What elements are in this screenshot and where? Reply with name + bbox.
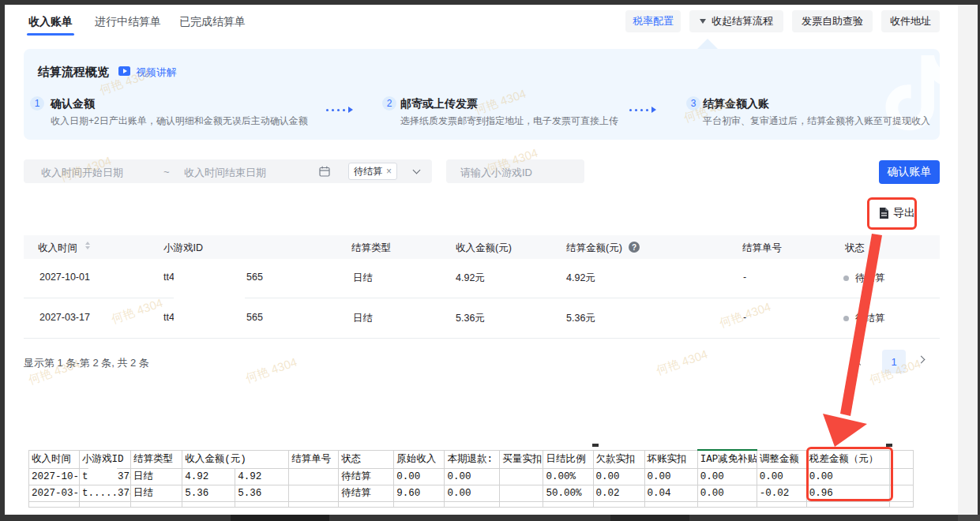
- step3-number: 3: [686, 96, 700, 111]
- bottom-bar-fragment-1: [231, 515, 329, 521]
- collapse-flow-label: 收起结算流程: [712, 14, 773, 28]
- step1-desc: 收入日期+2日产出账单，确认明细和金额无误后主动确认金额: [51, 114, 308, 128]
- select-chevron-icon: [413, 167, 421, 174]
- bottom-bar-fragment-3: [958, 515, 980, 521]
- row1-settle: 4.92元: [566, 272, 595, 285]
- step2-desc: 选择纸质发票邮寄到指定地址，电子发票可直接上传: [400, 114, 618, 128]
- page-number-label: 1: [891, 356, 896, 368]
- row2-status-dot: [843, 316, 849, 321]
- row1-status-dot: [843, 275, 849, 281]
- xh-order-no: 结算单号: [289, 450, 339, 468]
- excel-row-empty: [29, 501, 914, 507]
- address-label: 收件地址: [890, 14, 931, 28]
- scrollbar-track[interactable]: [958, 5, 978, 515]
- page: 收入账单 进行中结算单 已完成结算单 税率配置 收起结算流程 发票自助查验 收件…: [0, 0, 980, 521]
- step3-desc: 平台初审、复审通过后，结算金额将入账至可提现收入: [703, 114, 930, 128]
- status-tag[interactable]: 待结算×: [348, 163, 397, 180]
- xh-income-amount: 收入金额(元): [182, 450, 289, 468]
- frame-top: [0, 0, 980, 5]
- col-header-status: 状态: [845, 242, 865, 255]
- xh-buy-deduct: 买量实扣: [500, 450, 543, 468]
- tax-diff-highlight-box: [806, 447, 893, 501]
- row2-date: 2027-03-17: [39, 312, 90, 323]
- step3-title: 结算金额入账: [703, 97, 769, 111]
- row2-settle: 5.36元: [566, 312, 595, 325]
- col-header-game-id: 小游戏ID: [163, 242, 203, 255]
- tab-completed[interactable]: 已完成结算单: [179, 15, 246, 29]
- panel-caret: [697, 39, 718, 49]
- confirm-bill-label: 确认账单: [888, 165, 932, 179]
- col-header-settle-amount: 结算金额(元): [566, 242, 622, 255]
- excel-row-1: 2027-10-01t 378日结4.924.92待结算0.000.000.00…: [29, 468, 914, 485]
- tab-income-bill[interactable]: 收入账单: [28, 15, 73, 29]
- row1-status: 待结算: [855, 272, 885, 285]
- address-button[interactable]: 收件地址: [881, 10, 940, 32]
- row2-type: 日结: [353, 312, 373, 325]
- game-id-input[interactable]: 请输入小游戏ID: [446, 159, 584, 183]
- col-header-settle-type: 结算类型: [351, 242, 391, 255]
- row1-game-prefix: tt4: [163, 272, 175, 283]
- status-select[interactable]: 待结算×: [345, 159, 432, 183]
- xh-daily-ratio: 日结比例: [543, 450, 593, 468]
- rate-config-button[interactable]: 税率配置: [625, 10, 681, 32]
- row1-income: 4.92元: [456, 272, 485, 285]
- excel-artifact-1: [592, 444, 599, 447]
- xh-settle-type: 结算类型: [131, 450, 182, 468]
- calendar-icon: [319, 166, 330, 177]
- xh-iap-relief: IAP减免补贴: [697, 450, 757, 468]
- rate-config-label: 税率配置: [633, 14, 674, 28]
- tab-in-progress[interactable]: 进行中结算单: [95, 15, 161, 29]
- invoice-check-label: 发票自助查验: [802, 14, 863, 28]
- export-highlight-box: [867, 197, 917, 230]
- redaction-block-1: [174, 263, 245, 301]
- frame-left: [0, 0, 5, 521]
- row2-status: 待结算: [855, 312, 885, 325]
- excel-header-row: 收入时间 小游戏ID 结算类型 收入金额(元) 结算单号 状态 原始收入 本期退…: [29, 450, 914, 468]
- row1-order: -: [743, 272, 746, 283]
- watermark: 何艳 4304: [244, 355, 299, 387]
- table-summary: 显示第 1 条-第 2 条, 共 2 条: [24, 356, 149, 370]
- step2-title: 邮寄或上传发票: [400, 97, 478, 111]
- step1-title: 确认金额: [51, 97, 95, 111]
- step1-number: 1: [30, 96, 44, 111]
- video-guide-link[interactable]: 视频讲解: [136, 66, 177, 80]
- next-page-icon[interactable]: [918, 356, 926, 364]
- game-id-placeholder: 请输入小游戏ID: [460, 166, 532, 180]
- row2-income: 5.36元: [456, 312, 485, 325]
- date-start-placeholder: 收入时间开始日期: [41, 166, 123, 180]
- col-header-order-no: 结算单号: [742, 242, 782, 255]
- tag-close-icon[interactable]: ×: [386, 166, 392, 177]
- date-end-placeholder: 收入时间结束日期: [184, 166, 266, 180]
- sort-icon[interactable]: [85, 242, 90, 249]
- step2-number: 2: [382, 96, 396, 111]
- video-play-icon: [118, 66, 130, 76]
- date-separator: ~: [163, 166, 170, 178]
- xh-baddebt-deduct: 坏账实扣: [644, 450, 697, 468]
- invoice-check-button[interactable]: 发票自助查验: [792, 10, 873, 32]
- row1-date: 2027-10-01: [39, 272, 90, 283]
- active-tab-underline: [27, 33, 74, 36]
- xh-income-time: 收入时间: [29, 450, 80, 468]
- flow-panel: 结算流程概览 视频讲解 1 确认金额 收入日期+2日产出账单，确认明细和金额无误…: [24, 49, 940, 140]
- confirm-bill-button[interactable]: 确认账单: [879, 160, 940, 184]
- date-range-input[interactable]: 收入时间开始日期 ~ 收入时间结束日期: [24, 159, 350, 183]
- xh-original-income: 原始收入: [394, 450, 445, 468]
- page-number[interactable]: 1: [882, 350, 906, 373]
- watermark: 何艳 4304: [655, 347, 710, 379]
- collapse-flow-button[interactable]: 收起结算流程: [689, 10, 783, 32]
- col-header-income-time[interactable]: 收入时间: [38, 242, 77, 255]
- caret-down-icon: [700, 19, 706, 24]
- row1-type: 日结: [353, 272, 373, 285]
- row-divider-1: [24, 298, 940, 298]
- flow-panel-title: 结算流程概览: [38, 65, 109, 80]
- excel-table: 收入时间 小游戏ID 结算类型 收入金额(元) 结算单号 状态 原始收入 本期退…: [28, 449, 914, 508]
- prev-page-icon[interactable]: [855, 355, 865, 365]
- xh-refund: 本期退款:: [445, 450, 500, 468]
- row-divider-2: [24, 338, 940, 339]
- xh-game-id: 小游戏ID: [80, 450, 131, 468]
- row1-game-suffix: 565: [246, 272, 263, 283]
- excel-row-2: 2027-03-17t.....378日结5.365.36待结算9.600.00…: [29, 485, 914, 501]
- watermark: 何艳 4304: [110, 296, 165, 328]
- help-icon[interactable]: ?: [629, 242, 640, 253]
- xh-debt-deduct: 欠款实扣: [593, 450, 644, 468]
